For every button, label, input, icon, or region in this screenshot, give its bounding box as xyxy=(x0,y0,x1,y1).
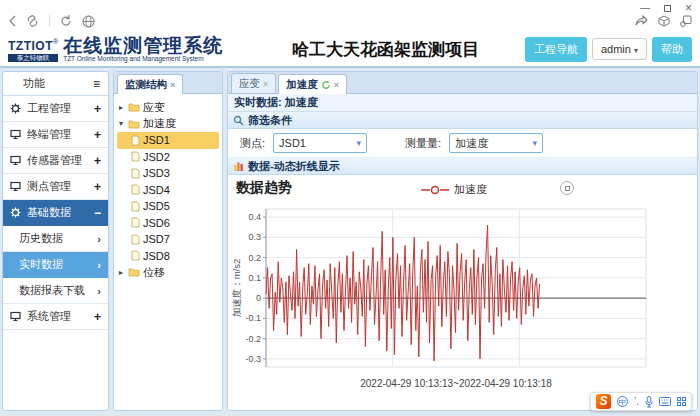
sidebar-item-sensor-mgmt[interactable]: 传感器管理 + xyxy=(3,148,108,174)
sidebar-item-label: 工程管理 xyxy=(27,101,71,116)
minimize-icon[interactable]: — xyxy=(640,3,650,13)
chinese-mode-icon[interactable]: 中 xyxy=(617,396,628,407)
close-icon[interactable]: × xyxy=(170,80,175,90)
tree-node-strain[interactable]: ▸ 应变 xyxy=(117,99,219,116)
microphone-icon[interactable] xyxy=(645,396,653,408)
sidebar-item-terminal-mgmt[interactable]: 终端管理 + xyxy=(3,122,108,148)
hamburger-icon[interactable]: ≡ xyxy=(93,77,100,91)
file-icon xyxy=(131,234,140,245)
project-nav-button[interactable]: 工程导航 xyxy=(525,37,587,62)
expand-plus-icon[interactable]: + xyxy=(94,128,101,142)
toolbox-grid-icon[interactable] xyxy=(677,397,686,406)
brand-logo: TZTIOT® 泰之特物联 在线监测管理系统 TZT Online Monito… xyxy=(8,36,246,63)
tree-node-jsd7[interactable]: JSD7 xyxy=(117,231,219,248)
sidebar-item-history-data[interactable]: 历史数据 › xyxy=(3,226,108,252)
tree-node-label: JSD3 xyxy=(143,167,170,179)
cube-icon[interactable] xyxy=(658,15,670,27)
tree-node-label: 位移 xyxy=(143,265,165,280)
link-icon[interactable] xyxy=(26,15,39,27)
gear-icon xyxy=(10,207,23,218)
close-icon[interactable]: × xyxy=(334,80,339,90)
restore-icon[interactable] xyxy=(664,5,671,12)
chevron-right-icon: › xyxy=(97,285,101,297)
help-button[interactable]: 帮助 xyxy=(652,37,692,62)
tree-node-jsd8[interactable]: JSD8 xyxy=(117,248,219,265)
tab-label: 应变 xyxy=(239,77,260,91)
close-icon[interactable]: × xyxy=(263,79,268,89)
tree-node-acceleration[interactable]: ▾ 加速度 xyxy=(117,116,219,133)
tree-node-label: 应变 xyxy=(143,100,165,115)
point-select[interactable]: JSD1 ▾ xyxy=(273,133,367,153)
expand-plus-icon[interactable]: + xyxy=(94,310,101,324)
measure-select[interactable]: 加速度 ▾ xyxy=(449,133,543,153)
chevron-right-icon: › xyxy=(97,233,101,245)
back-icon[interactable] xyxy=(8,15,16,27)
registered-mark: ® xyxy=(53,37,58,44)
tab-acceleration[interactable]: 加速度 × xyxy=(278,74,347,94)
sogou-logo-icon[interactable]: S xyxy=(596,394,611,409)
tree-node-jsd2[interactable]: JSD2 xyxy=(117,149,219,166)
filter-title: 筛选条件 xyxy=(248,113,292,128)
sidebar-item-label: 传感器管理 xyxy=(27,153,82,168)
close-icon[interactable]: × xyxy=(685,3,692,13)
svg-text:0.3: 0.3 xyxy=(248,232,261,242)
sidebar-item-label: 测点管理 xyxy=(27,179,71,194)
tree-node-label: JSD7 xyxy=(143,233,170,245)
tree-node-label: JSD5 xyxy=(143,200,170,212)
point-select-value: JSD1 xyxy=(279,137,306,149)
tree-node-jsd3[interactable]: JSD3 xyxy=(117,165,219,182)
sidebar-header-label: 功能 xyxy=(23,76,45,91)
chart-legend[interactable]: 加速度 xyxy=(264,182,644,197)
user-menu-button[interactable]: admin ▾ xyxy=(592,38,647,60)
expand-plus-icon[interactable]: + xyxy=(94,180,101,194)
tab-monitor-structure[interactable]: 监测结构 × xyxy=(117,74,183,94)
chevron-down-icon[interactable]: ▾ xyxy=(117,119,125,128)
chevron-right-icon[interactable]: ▸ xyxy=(117,103,125,112)
sidebar-item-basic-data[interactable]: 基础数据 − xyxy=(3,200,108,226)
tab-strain[interactable]: 应变 × xyxy=(231,73,276,93)
popout-icon[interactable] xyxy=(680,15,692,27)
sidebar-item-label: 历史数据 xyxy=(19,231,63,246)
nav-divider xyxy=(49,15,50,27)
file-icon xyxy=(131,184,140,195)
chart-section-header: 数据-动态折线显示 xyxy=(228,158,697,175)
chart-panel-title: 数据-动态折线显示 xyxy=(248,159,340,174)
filter-section-header[interactable]: 筛选条件 xyxy=(228,112,697,129)
sidebar-item-report-download[interactable]: 数据报表下载 › xyxy=(3,278,108,304)
share-icon[interactable] xyxy=(635,15,648,26)
expand-plus-icon[interactable]: + xyxy=(94,154,101,168)
sidebar-item-project-mgmt[interactable]: 工程管理 + xyxy=(3,96,108,122)
save-image-icon[interactable] xyxy=(560,181,574,195)
chevron-right-icon[interactable]: ▸ xyxy=(117,268,125,277)
folder-icon xyxy=(128,102,140,112)
sidebar-item-label: 实时数据 xyxy=(19,257,63,272)
tree-node-label: JSD6 xyxy=(143,217,170,229)
monitor-icon xyxy=(10,311,23,322)
refresh-icon[interactable] xyxy=(60,15,72,27)
sidebar-item-realtime-data[interactable]: 实时数据 › xyxy=(3,252,108,278)
tree-node-jsd5[interactable]: JSD5 xyxy=(117,198,219,215)
refresh-icon[interactable] xyxy=(321,80,331,90)
tree-node-displacement[interactable]: ▸ 位移 xyxy=(117,264,219,281)
tree-node-label: JSD8 xyxy=(143,250,170,262)
monitor-icon xyxy=(10,155,23,166)
sidebar-item-system-mgmt[interactable]: 系统管理 + xyxy=(3,304,108,330)
point-field-label: 测点: xyxy=(240,136,265,151)
sidebar-item-point-mgmt[interactable]: 测点管理 + xyxy=(3,174,108,200)
file-icon xyxy=(131,201,140,212)
keyboard-icon[interactable] xyxy=(659,397,671,406)
main-panel: 应变 × 加速度 × 实时数据: 加速度 筛选条件 测点: JSD1 ▾ 测量量… xyxy=(227,71,698,411)
tree-node-jsd1[interactable]: JSD1 xyxy=(117,132,219,149)
tree-node-label: JSD1 xyxy=(143,134,170,146)
globe-icon[interactable] xyxy=(82,15,95,28)
tree-node-jsd4[interactable]: JSD4 xyxy=(117,182,219,199)
expand-plus-icon[interactable]: + xyxy=(94,102,101,116)
svg-text:0.4: 0.4 xyxy=(248,212,261,222)
line-chart[interactable]: 0.40.30.20.10-0.1-0.2-0.32022-04-29 10:1… xyxy=(230,199,694,411)
monitor-icon xyxy=(10,129,23,140)
tree-node-jsd6[interactable]: JSD6 xyxy=(117,215,219,232)
app-header: TZTIOT® 泰之特物联 在线监测管理系统 TZT Online Monito… xyxy=(0,32,700,68)
collapse-minus-icon[interactable]: − xyxy=(94,206,101,220)
punctuation-icon[interactable]: ’. xyxy=(634,396,639,407)
ime-toolbar[interactable]: S 中 ’. xyxy=(590,392,692,411)
